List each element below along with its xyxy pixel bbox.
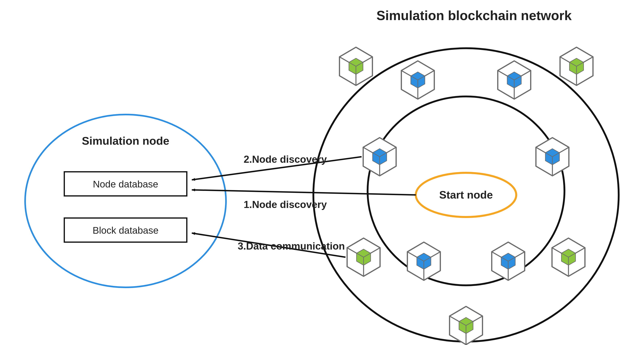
sim-node-title: Simulation node bbox=[82, 134, 169, 147]
outer-cube-3 bbox=[347, 238, 380, 276]
outer-cube-4 bbox=[552, 238, 585, 276]
simulation-node-group: Simulation node Node database Block data… bbox=[25, 114, 226, 287]
arrow-2-label: 2.Node discovery bbox=[244, 154, 327, 165]
node-database-box: Node database bbox=[64, 172, 187, 196]
inner-cube-4 bbox=[536, 138, 569, 176]
arrow-3-label: 3.Data communication bbox=[238, 240, 345, 252]
arrow-1-label: 1.Node discovery bbox=[244, 199, 327, 210]
outer-cube-2 bbox=[560, 47, 593, 86]
inner-cube-3 bbox=[363, 138, 396, 176]
block-database-box: Block database bbox=[64, 218, 187, 242]
arrow-3: 3.Data communication bbox=[192, 233, 346, 257]
start-node-label: Start node bbox=[439, 189, 493, 201]
outer-cube-5 bbox=[450, 306, 482, 344]
network-title: Simulation blockchain network bbox=[376, 8, 572, 23]
outer-cube-1 bbox=[340, 47, 372, 86]
inner-cube-5 bbox=[407, 242, 440, 280]
inner-cube-6 bbox=[492, 242, 525, 280]
inner-cube-2 bbox=[498, 61, 531, 99]
diagram-root: Simulation blockchain network Start node bbox=[0, 0, 644, 345]
start-node: Start node bbox=[416, 173, 516, 217]
node-database-label: Node database bbox=[93, 179, 158, 190]
block-database-label: Block database bbox=[92, 225, 158, 236]
inner-cube-1 bbox=[401, 61, 434, 99]
